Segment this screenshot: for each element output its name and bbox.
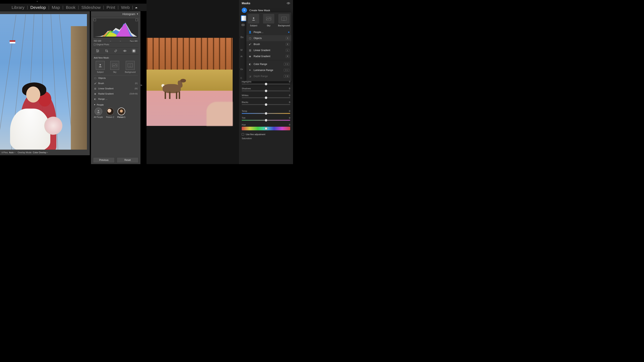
mask-row-radial[interactable]: ◉Radial Gradient(Shift+M): [94, 91, 138, 96]
brush-icon: 🖌: [94, 82, 96, 85]
popup-row-linear[interactable]: ▥Linear GradientL: [246, 47, 292, 53]
crop-icon[interactable]: [105, 49, 109, 53]
fine-adjustment-checkbox[interactable]: Use fine adjustment: [242, 133, 290, 136]
color-range-icon: ◐: [248, 62, 252, 66]
mask-tile-subject[interactable]: Subject: [96, 61, 105, 73]
slider-highlights[interactable]: Highlights0: [242, 80, 290, 84]
iso-value: ISO 100: [94, 40, 101, 42]
module-web[interactable]: Web: [119, 5, 132, 10]
svg-point-7: [100, 64, 101, 65]
person-1[interactable]: Person 1: [117, 108, 126, 118]
popup-row-people[interactable]: 👤People…: [246, 29, 292, 35]
svg-point-2: [97, 51, 98, 52]
module-library[interactable]: Library: [9, 5, 27, 10]
svg-point-0: [96, 49, 97, 50]
slider-shadows[interactable]: Shadows0: [242, 87, 290, 91]
healing-icon[interactable]: [114, 49, 118, 53]
cloud-sync-icon[interactable]: ☁: [135, 6, 138, 9]
linear-gradient-icon: ▥: [248, 49, 252, 52]
people-in-photo: [8, 82, 56, 153]
mask-row-objects[interactable]: ▢Objects: [94, 75, 138, 81]
histogram-header[interactable]: Histogram▼: [91, 11, 140, 17]
develop-tool-strip: [93, 47, 138, 54]
module-picker: Library| Develop| Map| Book| Slideshow| …: [0, 3, 146, 11]
svg-point-12: [288, 3, 289, 3]
right-panel-expand-handle[interactable]: ▶: [141, 84, 142, 86]
range-icon: ◐: [94, 97, 96, 100]
svg-rect-3: [114, 49, 117, 52]
objects-icon: ▢: [248, 37, 252, 40]
people-header[interactable]: ▼People: [91, 102, 140, 107]
luminance-range-icon: ✦: [248, 69, 252, 72]
popup-row-luminance-range[interactable]: ✦Luminance Range⇧ I: [246, 67, 292, 73]
popup-row-objects[interactable]: ▢ObjectsS: [246, 35, 292, 41]
overlay-mode-value[interactable]: Color Overlay: [33, 151, 46, 154]
preview-image[interactable]: [0, 14, 87, 153]
cc-preview-image[interactable]: [146, 38, 233, 126]
partial-label-ba: Ba: [240, 36, 244, 39]
masks-panel-title: Masks: [242, 1, 250, 5]
popup-row-radial[interactable]: ◉Radial GradientR: [246, 53, 292, 59]
preview-footer: it Pins: Auto▾ Overlay Mode: Color Overl…: [0, 150, 90, 155]
module-develop[interactable]: Develop: [28, 5, 48, 10]
partial-label-c: C: [240, 77, 242, 79]
depth-range-icon: ◪: [248, 75, 252, 78]
svg-point-10: [130, 64, 131, 65]
svg-point-1: [98, 50, 99, 51]
redeye-icon[interactable]: [123, 49, 127, 53]
module-book[interactable]: Book: [64, 5, 78, 10]
radial-gradient-icon: ◉: [94, 92, 96, 95]
histogram-graph: [94, 21, 137, 37]
mask-row-range[interactable]: ◐Range …: [94, 96, 138, 102]
reset-button[interactable]: Reset: [117, 157, 138, 163]
slider-blacks[interactable]: Blacks0: [242, 101, 290, 105]
deer-subject: [158, 80, 187, 100]
original-photo-toggle[interactable]: Original Photo: [91, 42, 140, 46]
overlay-mode-label: Overlay Mode:: [18, 151, 32, 154]
visibility-icon[interactable]: [286, 2, 290, 4]
masking-icon[interactable]: [132, 49, 136, 53]
svg-point-11: [98, 110, 99, 111]
slider-hue[interactable]: Hue0: [242, 123, 290, 130]
module-map[interactable]: Map: [49, 5, 62, 10]
brush-icon: 🖌: [248, 43, 252, 46]
module-print[interactable]: Print: [104, 5, 118, 10]
develop-right-panel: Histogram▼ ISO 100 – – ¹⁄₃₂₀₀ sec Origin…: [91, 11, 140, 164]
mask-tiles-row: Subject Sky Background: [91, 60, 140, 73]
mask-toggle[interactable]: [241, 24, 245, 26]
svg-point-4: [124, 50, 126, 51]
slider-tint[interactable]: Tint0: [242, 117, 290, 121]
popup-row-depth-range: ◪Depth Range⇧ D: [246, 73, 292, 79]
highlight-clip-icon[interactable]: [136, 19, 138, 21]
popup-tile-sky[interactable]: Sky: [263, 14, 274, 27]
aperture-value: –: [110, 40, 111, 42]
mask-tile-background[interactable]: Background: [125, 61, 136, 73]
person-2[interactable]: Person 2: [106, 108, 114, 118]
histogram[interactable]: [93, 18, 138, 38]
mask-tile-sky[interactable]: Sky: [110, 61, 119, 73]
panel-expand-arrow[interactable]: ▲: [36, 0, 38, 2]
cc-canvas-area: [146, 38, 233, 126]
previous-button[interactable]: Previous: [93, 157, 115, 163]
svg-point-16: [283, 18, 284, 19]
svg-point-13: [253, 17, 254, 19]
edit-pins-value[interactable]: Auto: [9, 151, 14, 154]
partial-label-e: Ex: [240, 68, 243, 70]
module-slideshow[interactable]: Slideshow: [79, 5, 103, 10]
basic-adjust-icon[interactable]: [96, 49, 100, 53]
slider-whites[interactable]: Whites0: [242, 94, 290, 98]
edit-pins-label: it Pins:: [2, 151, 8, 154]
popup-tile-background[interactable]: Background: [278, 14, 290, 27]
svg-point-6: [133, 50, 135, 52]
partial-label-m: M: [240, 49, 242, 51]
popup-row-color-range[interactable]: ◐Color Range⇧ C: [246, 61, 292, 67]
adjustment-sliders: Highlights0 Shadows0 Whites0 Blacks0 Tem…: [242, 80, 290, 140]
mask-row-brush[interactable]: 🖌Brush(K): [94, 81, 138, 86]
shadow-clip-icon[interactable]: [94, 19, 96, 21]
mask-row-linear[interactable]: ▥Linear Gradient(M): [94, 86, 138, 91]
person-all[interactable]: All People: [94, 108, 103, 118]
popup-tile-subject[interactable]: Subject: [248, 14, 259, 27]
popup-row-brush[interactable]: 🖌BrushB: [246, 41, 292, 47]
slider-temp[interactable]: Temp0: [242, 110, 290, 114]
radial-gradient-icon: ◉: [248, 55, 252, 58]
